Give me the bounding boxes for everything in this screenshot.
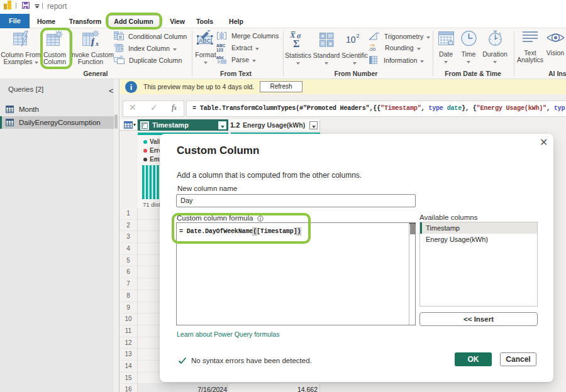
svg-text:ABC: ABC: [199, 37, 211, 44]
svg-text:ABC: ABC: [216, 43, 225, 48]
svg-text:3: 3: [122, 49, 124, 52]
svg-text:Σ: Σ: [293, 38, 299, 48]
svg-text:123: 123: [216, 48, 223, 52]
svg-text:+: +: [321, 33, 325, 40]
svg-text:x: x: [95, 40, 99, 47]
svg-text:−: −: [328, 32, 332, 39]
svg-text:×: ×: [328, 40, 332, 47]
svg-text:.00: .00: [369, 46, 376, 52]
svg-text:abc: abc: [216, 55, 224, 60]
svg-text:2: 2: [357, 33, 360, 39]
svg-text:÷: ÷: [321, 40, 325, 47]
svg-text:10: 10: [346, 35, 356, 45]
svg-text:f: f: [91, 37, 95, 46]
